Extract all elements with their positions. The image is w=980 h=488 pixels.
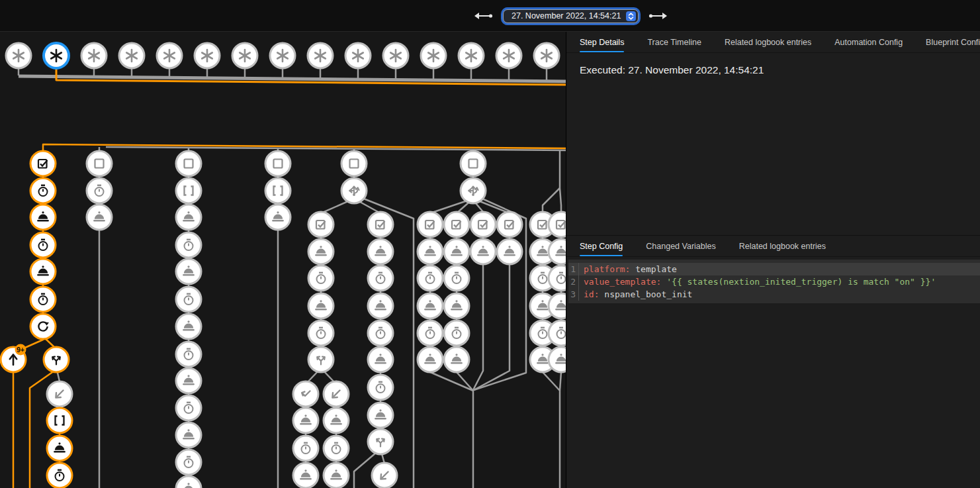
trace-node-timer[interactable] [368,266,393,291]
trace-node-bell[interactable] [368,347,393,372]
trace-node-bell[interactable] [87,205,112,230]
trace-node-check[interactable] [549,212,566,237]
trace-node-bell[interactable] [368,293,393,318]
trace-node-timer[interactable] [87,178,112,203]
trace-node-bell[interactable] [549,293,566,318]
trace-node-choose[interactable] [341,178,367,203]
trace-node-square[interactable] [265,151,290,176]
trace-node-bell[interactable] [418,239,443,264]
trace-node-bell[interactable] [308,239,334,264]
trace-node-timer[interactable] [368,320,393,346]
trace-node-asterisk[interactable] [383,43,408,68]
trace-node-asterisk[interactable] [421,43,446,68]
trace-node-square[interactable] [341,151,367,176]
step-config-code-editor[interactable]: 1platform: template2value_template: '{{ … [568,260,980,303]
trace-node-bell[interactable] [470,239,496,264]
trace-node-timer[interactable] [444,266,469,291]
details-tab-automation-config[interactable]: Automation Config [834,32,903,52]
trace-node-timer[interactable] [549,266,566,291]
trace-node-choose[interactable] [461,178,486,203]
details-tab-step-details[interactable]: Step Details [580,32,624,52]
trace-node-timer[interactable] [308,320,334,346]
trace-node-split[interactable] [308,347,334,372]
trace-node-square[interactable] [87,151,112,176]
trace-node-bell[interactable] [265,205,290,230]
details-tab-related-logbook-entries[interactable]: Related logbook entries [725,32,811,52]
trace-node-bell[interactable] [176,368,201,393]
trace-node-check[interactable] [418,212,443,237]
trace-node-check-arrow[interactable] [293,381,318,407]
previous-run-button[interactable] [472,10,495,22]
trace-node-goto[interactable] [324,381,349,407]
trace-node-timer[interactable] [176,232,201,258]
code-line-3[interactable]: 3id: nspanel_boot_init [568,288,980,301]
trace-node-bell[interactable] [418,293,443,318]
trace-node-timer[interactable] [293,436,318,461]
config-tab-related-logbook-entries[interactable]: Related logbook entries [739,236,826,256]
trace-node-timer[interactable] [308,266,334,291]
trace-node-bell[interactable] [444,239,469,264]
trace-node-check[interactable] [308,212,334,237]
trace-node-bell[interactable] [324,463,349,488]
config-tab-changed-variables[interactable]: Changed Variables [646,236,715,256]
trace-node-timer[interactable] [324,436,349,461]
trace-node-bell[interactable] [30,205,56,230]
trace-node-bell[interactable] [497,239,522,264]
trace-node-bell[interactable] [176,314,201,339]
trace-node-asterisk[interactable] [496,43,521,68]
automation-trace-graph-area[interactable]: 9+ [0,0,566,488]
trace-node-brackets[interactable] [47,408,72,433]
trace-node-timer[interactable] [176,342,201,367]
trace-node-goto[interactable] [372,463,397,488]
trace-node-timer[interactable] [368,375,393,400]
trace-node-brackets[interactable] [176,178,201,203]
code-line-1[interactable]: 1platform: template [568,263,980,275]
trace-node-asterisk[interactable] [345,43,371,68]
trace-node-bell[interactable] [444,347,469,372]
trace-node-asterisk[interactable] [232,43,257,68]
trace-node-timer[interactable] [30,178,56,203]
next-run-button[interactable] [646,10,669,22]
trace-node-timer[interactable] [47,463,72,488]
trace-node-bell[interactable] [30,259,56,284]
trace-node-asterisk[interactable] [534,43,559,68]
code-line-2[interactable]: 2value_template: '{{ states(nextion_init… [568,275,980,288]
trace-node-timer[interactable] [30,287,56,312]
trace-node-bell[interactable] [549,239,566,264]
trace-node-bell[interactable] [176,422,201,448]
trace-node-square[interactable] [461,151,486,176]
details-tab-blueprint-config[interactable]: Blueprint Config [926,32,980,52]
trace-node-goto[interactable] [47,381,72,407]
run-selector[interactable]: 27. November 2022, 14:54:21 [503,9,639,23]
config-tab-step-config[interactable]: Step Config [580,236,623,256]
trace-node-bell[interactable] [47,436,72,461]
trace-node-bell[interactable] [418,347,443,372]
trace-node-bell[interactable] [368,403,393,428]
trace-node-bell[interactable] [324,408,349,433]
trace-node-asterisk[interactable] [270,43,295,68]
trace-node-split[interactable] [44,347,69,372]
trace-node-check[interactable] [368,212,393,237]
trace-node-asterisk[interactable] [119,43,144,68]
details-tab-trace-timeline[interactable]: Trace Timeline [647,32,701,52]
trace-graph[interactable]: 9+ [0,0,566,488]
trace-node-asterisk[interactable] [44,43,69,68]
trace-node-brackets[interactable] [265,178,290,203]
trace-node-bell[interactable] [444,293,469,318]
trace-node-check[interactable] [30,151,56,176]
trace-node-asterisk[interactable] [157,43,182,68]
trace-node-asterisk[interactable] [81,43,107,68]
trace-node-asterisk[interactable] [195,43,220,68]
trace-node-timer[interactable] [176,395,201,420]
trace-node-bell[interactable] [176,205,201,230]
trace-node-asterisk[interactable] [459,43,484,68]
trace-node-bell[interactable] [176,259,201,284]
trace-node-bell[interactable] [293,408,318,433]
trace-node-timer[interactable] [549,320,566,346]
trace-node-bell[interactable] [308,293,334,318]
trace-node-timer[interactable] [30,232,56,258]
trace-node-asterisk[interactable] [6,43,31,68]
trace-node-bell[interactable] [176,476,201,488]
trace-node-bell[interactable] [293,463,318,488]
trace-node-timer[interactable] [176,450,201,475]
